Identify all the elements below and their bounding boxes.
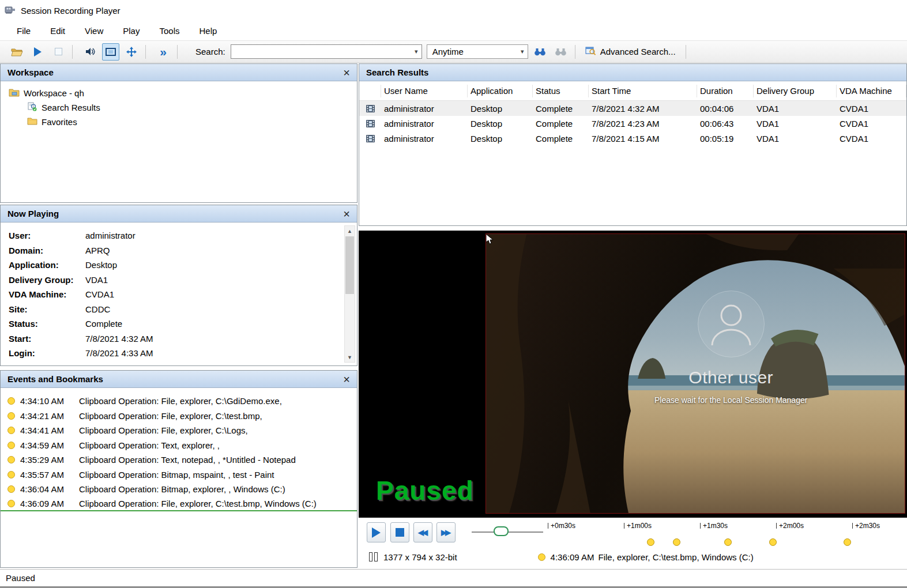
slider-handle[interactable]: [494, 526, 509, 536]
menu-help[interactable]: Help: [190, 22, 227, 39]
scrollbar-thumb[interactable]: [345, 236, 354, 294]
result-row[interactable]: administratorDesktopComplete7/8/2021 4:2…: [359, 116, 906, 131]
chevron-down-icon[interactable]: ▾: [517, 48, 528, 55]
now-playing-field: Login:7/8/2021 4:33 AM: [9, 346, 357, 361]
open-button[interactable]: [8, 43, 25, 61]
other-user-label[interactable]: Other user: [688, 368, 773, 387]
stop-button[interactable]: [390, 522, 409, 542]
result-row[interactable]: administratorDesktopComplete7/8/2021 4:1…: [359, 131, 906, 146]
search-combobox[interactable]: ▾: [231, 44, 422, 59]
event-item[interactable]: 4:34:59 AMClipboard Operation: Text, exp…: [1, 438, 357, 453]
timeline-mark: +1m00s: [624, 522, 652, 530]
field-value: VDA1: [85, 275, 108, 285]
advanced-search-button[interactable]: Advanced Search...: [581, 43, 680, 61]
search-next-button[interactable]: [552, 43, 570, 61]
event-item[interactable]: 4:36:09 AMClipboard Operation: File, exp…: [1, 497, 357, 512]
timeline-mark: +2m00s: [776, 522, 804, 530]
column-header-vda-machine[interactable]: VDA Machine: [837, 85, 906, 97]
event-item[interactable]: 4:36:04 AMClipboard Operation: Bitmap, e…: [1, 482, 357, 497]
scroll-up-icon[interactable]: ▲: [345, 226, 355, 236]
result-cell: 00:04:06: [697, 104, 754, 114]
close-icon[interactable]: ×: [343, 374, 350, 385]
field-value: 7/8/2021 4:32 AM: [85, 334, 153, 344]
play-button[interactable]: [367, 522, 386, 542]
column-header-user-name[interactable]: User Name: [381, 85, 468, 97]
play-toolbar-button[interactable]: [29, 43, 46, 61]
column-header-start-time[interactable]: Start Time: [589, 85, 697, 97]
search-label: Search:: [195, 47, 225, 56]
binoculars-disabled-icon: [555, 47, 567, 56]
stop-toolbar-button[interactable]: [50, 43, 67, 61]
menu-edit[interactable]: Edit: [40, 22, 75, 39]
event-item[interactable]: 4:35:29 AMClipboard Operation: Text, not…: [1, 453, 357, 468]
timeline-event-dot[interactable]: [647, 538, 654, 546]
menu-file[interactable]: File: [7, 22, 40, 39]
toolbar-separator: [177, 45, 178, 59]
audio-button[interactable]: [81, 43, 99, 61]
current-event-time: 4:36:09 AM: [551, 552, 594, 562]
stop-icon: [396, 528, 404, 537]
rewind-button[interactable]: ◀◀: [413, 522, 432, 542]
event-time: 4:36:09 AM: [20, 499, 74, 508]
tree-item-search-results[interactable]: Search Results: [1, 100, 357, 115]
pan-button[interactable]: [123, 43, 140, 61]
event-item[interactable]: 4:35:57 AMClipboard Operation: Bitmap, m…: [1, 468, 357, 483]
more-buttons-chevron[interactable]: »: [155, 43, 172, 61]
result-row[interactable]: administratorDesktopComplete7/8/2021 4:3…: [359, 101, 906, 116]
tree-item-workspace-root[interactable]: Workspace - qh: [1, 86, 357, 100]
fast-forward-button[interactable]: ▶▶: [436, 522, 456, 542]
timeline-event-dot[interactable]: [769, 538, 777, 546]
fast-forward-icon: ▶▶: [441, 528, 451, 537]
binoculars-icon: [534, 47, 546, 56]
recording-display[interactable]: Other user Please wait for the Local Ses…: [486, 233, 905, 514]
now-playing-field: Start:7/8/2021 4:32 AM: [9, 331, 357, 346]
menu-tools[interactable]: Tools: [149, 22, 189, 39]
field-label: Login:: [9, 348, 85, 358]
speaker-icon: [85, 47, 95, 56]
events-list: 4:34:10 AMClipboard Operation: File, exp…: [1, 388, 357, 511]
search-results-panel-header: Search Results: [359, 64, 906, 81]
events-panel-header: Events and Bookmarks ×: [1, 371, 357, 388]
now-playing-field: Site:CDDC: [9, 302, 357, 317]
scale-to-fit-button[interactable]: [102, 43, 119, 61]
event-item[interactable]: 4:34:10 AMClipboard Operation: File, exp…: [1, 394, 357, 409]
toolbar-separator: [575, 45, 575, 59]
result-cell: administrator: [381, 104, 468, 114]
vertical-scrollbar[interactable]: ▲ ▼: [344, 225, 355, 363]
column-header-duration[interactable]: Duration: [697, 85, 754, 97]
player-area: Other user Please wait for the Local Ses…: [359, 231, 907, 518]
event-item[interactable]: 4:34:41 AMClipboard Operation: File, exp…: [1, 423, 357, 438]
field-label: User:: [9, 231, 85, 240]
scroll-down-icon[interactable]: ▼: [345, 352, 355, 362]
now-playing-fields: User:administratorDomain:APRQApplication…: [1, 223, 357, 361]
event-item[interactable]: 4:34:21 AMClipboard Operation: File, exp…: [1, 409, 357, 424]
chevron-down-icon[interactable]: ▾: [411, 48, 421, 55]
event-text: Clipboard Operation: File, explorer, C:\…: [79, 411, 262, 421]
close-icon[interactable]: ×: [343, 208, 350, 220]
timeline-event-dot[interactable]: [724, 538, 732, 546]
open-folder-icon: [11, 47, 23, 56]
menu-view[interactable]: View: [75, 22, 113, 39]
tick-icon: [852, 523, 853, 529]
event-time: 4:34:59 AM: [20, 440, 74, 450]
tick-icon: [624, 523, 624, 529]
column-header-delivery-group[interactable]: Delivery Group: [754, 85, 837, 97]
menu-play[interactable]: Play: [113, 22, 149, 39]
event-dot-icon: [7, 397, 15, 405]
timeline-event-dot[interactable]: [844, 538, 851, 546]
timeline-mark-label: +2m30s: [855, 522, 880, 530]
timeline-event-dot[interactable]: [673, 538, 680, 546]
event-dot-icon: [7, 427, 15, 434]
user-avatar[interactable]: [697, 290, 765, 358]
seek-slider[interactable]: [472, 525, 543, 540]
event-time: 4:34:10 AM: [20, 396, 74, 406]
close-icon[interactable]: ×: [343, 67, 350, 78]
column-header-application[interactable]: Application: [468, 85, 533, 97]
column-header-status[interactable]: Status: [533, 85, 589, 97]
now-playing-panel-header: Now Playing ×: [1, 205, 357, 223]
tree-item-favorites[interactable]: Favorites: [1, 115, 357, 129]
event-text: Clipboard Operation: Text, notepad, , *U…: [79, 455, 296, 465]
paused-overlay: Paused: [376, 475, 474, 506]
time-filter-combobox[interactable]: Anytime ▾: [427, 44, 528, 59]
search-button[interactable]: [532, 43, 549, 61]
